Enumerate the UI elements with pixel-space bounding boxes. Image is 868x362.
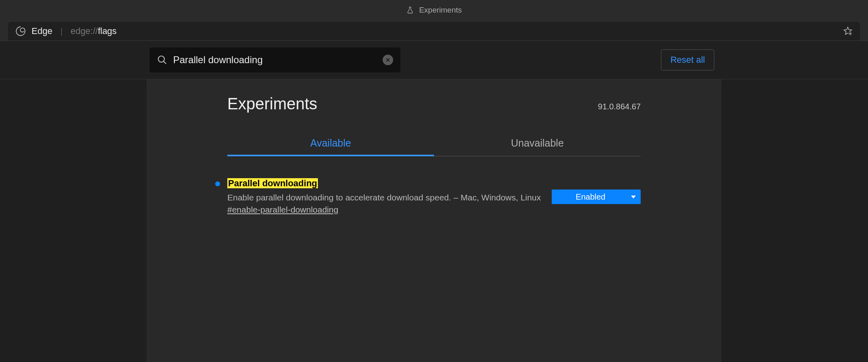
- reset-all-button[interactable]: Reset all: [661, 49, 714, 70]
- window-title: Experiments: [419, 6, 462, 15]
- addressbar-container: Edge | edge://flags: [0, 20, 868, 40]
- flag-title: Parallel downloading: [227, 178, 318, 188]
- page-header: Experiments 91.0.864.67: [227, 79, 641, 117]
- addressbar[interactable]: Edge | edge://flags: [8, 22, 860, 40]
- browser-brand: Edge: [32, 26, 52, 36]
- flag-state-select[interactable]: Enabled: [552, 190, 641, 204]
- flag-state-select-wrap: Enabled: [552, 190, 641, 204]
- svg-point-1: [158, 56, 164, 62]
- flag-description: Enable parallel downloading to accelerat…: [227, 193, 544, 202]
- clear-search-button[interactable]: [383, 55, 393, 65]
- search-icon: [157, 55, 167, 65]
- close-icon: [385, 57, 391, 63]
- favorite-add-icon[interactable]: [843, 26, 853, 36]
- modified-dot-icon: [215, 181, 220, 186]
- window-titlebar: Experiments: [0, 0, 868, 20]
- flag-item: Parallel downloading Enable parallel dow…: [227, 156, 641, 215]
- flask-icon: [406, 6, 414, 14]
- search-input[interactable]: [173, 54, 377, 66]
- content-area: Reset all Experiments 91.0.864.67 Availa…: [0, 40, 868, 362]
- search-row: Reset all: [0, 41, 868, 79]
- flag-hash-link[interactable]: #enable-parallel-downloading: [227, 205, 338, 215]
- svg-line-2: [163, 61, 166, 64]
- version-label: 91.0.864.67: [598, 102, 641, 111]
- main-panel: Experiments 91.0.864.67 Available Unavai…: [147, 79, 721, 362]
- tab-available[interactable]: Available: [227, 132, 434, 156]
- page-title: Experiments: [227, 95, 317, 113]
- edge-logo-icon: [15, 26, 26, 36]
- tabs: Available Unavailable: [227, 132, 641, 156]
- url-text: edge://flags: [71, 26, 117, 36]
- url-divider: |: [60, 27, 62, 36]
- tab-unavailable[interactable]: Unavailable: [434, 132, 641, 156]
- search-box[interactable]: [150, 47, 400, 72]
